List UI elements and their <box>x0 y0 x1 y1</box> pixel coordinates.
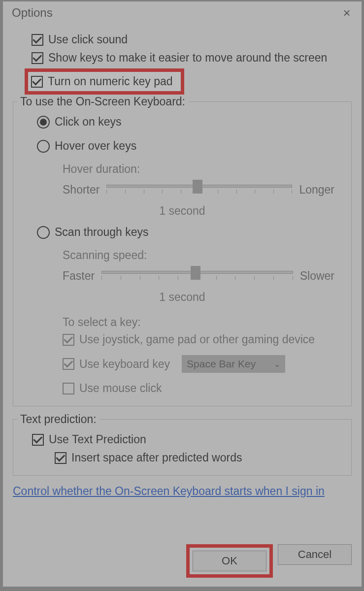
show-keys-label: Show keys to make it easier to move arou… <box>48 51 327 65</box>
checkbox-icon[interactable] <box>63 383 74 394</box>
hover-duration-value: 1 second <box>20 204 344 218</box>
scan-slider-row: Faster Slower <box>20 266 344 286</box>
scanning-speed-value: 1 second <box>20 291 344 304</box>
dialog-body: Use click sound Show keys to make it eas… <box>3 24 362 503</box>
hover-shorter-label: Shorter <box>63 183 99 197</box>
numeric-keypad-label: Turn on numeric key pad <box>48 75 173 88</box>
use-text-prediction-label: Use Text Prediction <box>49 433 146 446</box>
numeric-keypad-row[interactable]: Turn on numeric key pad <box>31 74 176 89</box>
use-click-sound-label: Use click sound <box>48 33 128 46</box>
checkbox-icon[interactable] <box>63 334 74 346</box>
radio-icon[interactable] <box>37 116 50 129</box>
scanning-speed-label: Scanning speed: <box>20 249 344 262</box>
use-click-sound-row[interactable]: Use click sound <box>13 32 352 47</box>
insert-space-label: Insert space after predicted words <box>71 451 242 464</box>
show-keys-row[interactable]: Show keys to make it easier to move arou… <box>13 50 352 66</box>
use-mouse-click-row[interactable]: Use mouse click <box>20 381 344 396</box>
radio-hover-label: Hover over keys <box>55 139 136 153</box>
scan-faster-label: Faster <box>63 269 95 283</box>
checkbox-icon[interactable] <box>32 434 44 446</box>
to-select-key-label: To select a key: <box>20 316 344 329</box>
titlebar: Options × <box>3 1 362 24</box>
radio-click-on-keys[interactable]: Click on keys <box>20 114 344 130</box>
checkbox-icon[interactable] <box>32 52 43 64</box>
text-prediction-group: Text prediction: Use Text Prediction Ins… <box>13 419 352 476</box>
use-keyboard-key-row[interactable]: Use keyboard key Space Bar Key ⌄ <box>20 354 344 374</box>
use-mouse-click-label: Use mouse click <box>79 382 162 395</box>
cancel-button[interactable]: Cancel <box>278 544 352 565</box>
use-osk-legend: To use the On-Screen Keyboard: <box>17 95 188 108</box>
checkbox-icon[interactable] <box>32 34 43 46</box>
hover-duration-slider[interactable] <box>106 180 292 199</box>
keyboard-key-dropdown[interactable]: Space Bar Key ⌄ <box>182 355 285 373</box>
radio-icon[interactable] <box>37 226 50 239</box>
insert-space-row[interactable]: Insert space after predicted words <box>20 450 344 465</box>
checkbox-icon[interactable] <box>55 452 66 464</box>
hover-longer-label: Longer <box>299 183 334 197</box>
scan-slower-label: Slower <box>300 269 334 283</box>
dialog-title: Options <box>12 6 53 20</box>
use-joystick-row[interactable]: Use joystick, game pad or other gaming d… <box>20 332 344 347</box>
use-text-prediction-row[interactable]: Use Text Prediction <box>20 432 344 447</box>
radio-click-label: Click on keys <box>55 115 121 129</box>
ok-button[interactable]: OK <box>193 551 266 571</box>
keyboard-key-value: Space Bar Key <box>187 358 256 370</box>
scanning-speed-slider[interactable] <box>101 266 293 286</box>
use-joystick-label: Use joystick, game pad or other gaming d… <box>79 333 315 346</box>
hover-duration-label: Hover duration: <box>20 163 344 176</box>
chevron-down-icon: ⌄ <box>274 360 280 369</box>
radio-icon[interactable] <box>37 140 50 153</box>
control-startup-link[interactable]: Control whether the On-Screen Keyboard s… <box>13 485 325 498</box>
close-icon[interactable]: × <box>337 3 357 23</box>
radio-scan-label: Scan through keys <box>55 226 149 239</box>
radio-hover-over-keys[interactable]: Hover over keys <box>20 138 344 154</box>
highlight-ok-button: OK <box>186 544 273 578</box>
checkbox-icon[interactable] <box>31 76 43 88</box>
options-dialog: Options × Use click sound Show keys to m… <box>2 1 362 587</box>
use-osk-group: To use the On-Screen Keyboard: Click on … <box>13 101 352 406</box>
text-prediction-legend: Text prediction: <box>17 413 99 426</box>
use-keyboard-key-label: Use keyboard key <box>79 358 170 371</box>
checkbox-icon[interactable] <box>63 358 74 370</box>
highlight-numeric-keypad: Turn on numeric key pad <box>25 68 184 95</box>
radio-scan-through-keys[interactable]: Scan through keys <box>20 225 344 240</box>
hover-slider-row: Shorter Longer <box>20 180 344 199</box>
dialog-buttons: OK Cancel <box>186 544 352 578</box>
